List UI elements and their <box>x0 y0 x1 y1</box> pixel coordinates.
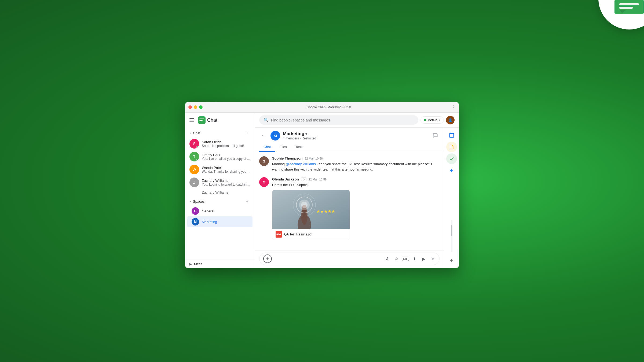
spaces-chevron: ▾ <box>189 200 191 203</box>
msg-author-sophie: Sophie Thompson <box>272 156 302 160</box>
pdf-filename: QA Test Results.pdf <box>284 232 312 236</box>
calendar-icon-button[interactable] <box>446 130 457 141</box>
input-actions: A ☺ GIF ⬆ <box>383 254 437 263</box>
spaces-section-title: Spaces <box>193 200 204 204</box>
svg-point-22 <box>301 202 308 208</box>
chat-area: ← M Marketing ▾ 4 members · <box>255 128 459 268</box>
chat-preview-sarah: Sarah: No problem - all good! <box>202 144 250 148</box>
message-input[interactable] <box>273 256 382 262</box>
gif-icon: GIF <box>402 257 409 261</box>
message-sophie: S Sophie Thompson 22 Mar, 10:56 Morning … <box>259 156 440 172</box>
active-text: Active <box>428 118 437 122</box>
notes-icon-button[interactable] <box>446 142 457 152</box>
messages-area: S Sophie Thompson 22 Mar, 10:56 Morning … <box>255 152 444 250</box>
chat-item-wanda[interactable]: W Wanda Patel Wanda: Thanks for sharing … <box>185 163 255 176</box>
chat-section-header[interactable]: ▾ Chat + <box>185 128 255 137</box>
chat-preview-wanda: Wanda: Thanks for sharing your thought..… <box>202 170 250 173</box>
msg-content-sophie: Sophie Thompson 22 Mar, 10:56 Morning @Z… <box>272 156 440 172</box>
space-avatar-marketing: M <box>192 218 199 226</box>
add-chat-button[interactable]: + <box>244 130 250 136</box>
msg-author-glenda: Glenda Jackson <box>272 177 299 181</box>
emoji-button[interactable]: ☺ <box>392 254 401 263</box>
format-text-button[interactable]: A <box>383 254 391 263</box>
tasks-icon-button[interactable] <box>446 153 457 164</box>
message-glenda: G Glenda Jackson ◇ 22 Mar, 10:59 Here's … <box>259 177 440 240</box>
gif-button[interactable]: GIF <box>401 254 410 263</box>
channel-meta: 4 members · Restricted <box>283 136 428 140</box>
search-input[interactable] <box>271 118 414 122</box>
send-button[interactable]: ➤ <box>429 254 437 263</box>
app-icon-circle <box>598 0 644 29</box>
send-icon: ➤ <box>431 256 435 262</box>
chat-suggestion-zachary[interactable]: Zachary Williams <box>185 189 255 196</box>
scrollbar-track[interactable] <box>451 220 452 252</box>
channel-header: ← M Marketing ▾ 4 members · <box>255 128 444 152</box>
status-dot-sarah <box>196 146 199 148</box>
active-status-badge[interactable]: Active ▾ <box>420 116 444 124</box>
channel-access: Restricted <box>302 136 316 140</box>
topbar: 🔍 Active ▾ 👤 <box>255 113 459 128</box>
video-icon: ▶ <box>422 256 425 261</box>
back-button[interactable]: ← <box>259 131 268 140</box>
pdf-attachment[interactable]: ★★★★★ PDF QA Tes <box>272 190 350 240</box>
hamburger-menu-button[interactable] <box>189 117 196 123</box>
msg-header-sophie: Sophie Thompson 22 Mar, 10:56 <box>272 156 440 160</box>
space-item-general[interactable]: G General <box>187 206 253 216</box>
msg-mention-zachary[interactable]: @Zachary Williams <box>286 162 316 166</box>
traffic-light-yellow[interactable] <box>194 105 197 109</box>
sidebar-content: ▾ Chat + S Sarah Fields Sarah: <box>185 128 255 260</box>
chat-logo-text: Chat <box>207 117 217 123</box>
channel-chevron-icon: ▾ <box>305 132 307 136</box>
space-name-marketing: Marketing <box>202 220 217 224</box>
search-bar[interactable]: 🔍 <box>259 115 418 125</box>
svg-text:★★★★★: ★★★★★ <box>316 209 335 213</box>
msg-avatar-glenda: G <box>259 177 269 187</box>
chat-name-wanda: Wanda Patel <box>202 166 250 170</box>
add-widget-button[interactable] <box>446 255 457 266</box>
avatar-timmy: T <box>189 152 199 161</box>
spaces-section-header[interactable]: ▾ Spaces + <box>185 196 255 206</box>
chat-item-timmy[interactable]: T Timmy Park You: I've emailed you a cop… <box>185 150 255 163</box>
conversation-panel: ← M Marketing ▾ 4 members · <box>255 128 444 268</box>
titlebar: Google Chat - Marketing - Chat ⋮ <box>185 102 459 113</box>
chat-preview-zachary: You: Looking forward to catching up wit.… <box>202 183 250 186</box>
active-dot <box>424 119 426 121</box>
scrollbar-thumb[interactable] <box>451 225 452 236</box>
channel-name-row[interactable]: Marketing ▾ <box>283 131 428 136</box>
avatar-wanda: W <box>189 165 199 174</box>
traffic-lights <box>188 105 203 109</box>
tab-chat[interactable]: Chat <box>259 143 275 152</box>
msg-avatar-sophie: S <box>259 156 269 166</box>
space-avatar-general: G <box>192 207 199 215</box>
upload-button[interactable]: ⬆ <box>410 254 419 263</box>
upload-icon: ⬆ <box>413 256 416 261</box>
add-person-icon-button[interactable] <box>446 165 457 176</box>
window-title: Google Chat - Marketing - Chat <box>207 105 451 109</box>
tab-tasks[interactable]: Tasks <box>291 143 309 152</box>
svg-rect-14 <box>199 120 203 121</box>
video-button[interactable]: ▶ <box>419 254 428 263</box>
chat-section-title: Chat <box>193 131 200 135</box>
traffic-light-green[interactable] <box>199 105 203 109</box>
pdf-footer: PDF QA Test Results.pdf <box>272 229 350 240</box>
channel-actions <box>431 131 440 140</box>
add-space-button[interactable]: + <box>244 198 250 205</box>
msg-header-glenda: Glenda Jackson ◇ 22 Mar, 10:59 <box>272 177 440 181</box>
chat-logo-icon <box>198 116 206 124</box>
traffic-light-red[interactable] <box>188 105 192 109</box>
window-menu-button[interactable]: ⋮ <box>451 104 456 110</box>
msg-text-glenda: Here's the PDF Sophie <box>272 182 440 188</box>
chat-item-sarah[interactable]: S Sarah Fields Sarah: No problem - all g… <box>185 137 255 150</box>
user-avatar[interactable]: 👤 <box>446 116 455 124</box>
pdf-icon: PDF <box>276 231 282 238</box>
input-area: + A ☺ GIF <box>255 250 444 268</box>
format-icon: A <box>386 257 389 261</box>
chat-item-zachary[interactable]: Z Zachary Williams You: Looking forward … <box>185 176 255 189</box>
chat-logo: Chat <box>198 116 217 124</box>
space-item-marketing[interactable]: M Marketing <box>187 216 253 227</box>
chat-name-sarah: Sarah Fields <box>202 140 250 144</box>
meet-section[interactable]: ▶ Meet <box>185 260 255 268</box>
thread-icon-button[interactable] <box>431 131 440 140</box>
add-attachment-button[interactable]: + <box>263 254 272 263</box>
tab-files[interactable]: Files <box>275 143 291 152</box>
